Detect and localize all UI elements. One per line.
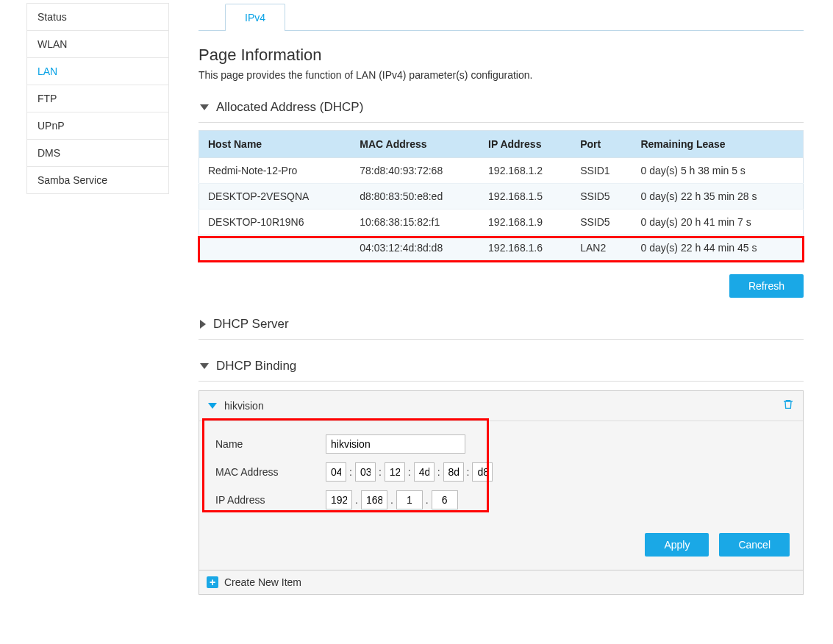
cell-port: SSID5 — [571, 184, 632, 210]
cell-lease: 0 day(s) 22 h 44 min 45 s — [632, 235, 803, 261]
cell-lease: 0 day(s) 5 h 38 min 5 s — [632, 158, 803, 184]
page-description: This page provides the function of LAN (… — [199, 69, 804, 81]
mac-octet-6[interactable] — [472, 462, 493, 482]
cell-ip: 192.168.1.2 — [479, 158, 571, 184]
cell-mac: d8:80:83:50:e8:ed — [351, 184, 479, 210]
binding-panel: hikvision Name MAC Address : : — [199, 390, 804, 595]
cell-port: LAN2 — [571, 235, 632, 261]
sidebar: Status WLAN LAN FTP UPnP DMS Samba Servi… — [0, 0, 169, 644]
cell-port: SSID1 — [571, 158, 632, 184]
section-allocated: Allocated Address (DHCP) Host Name MAC A… — [199, 94, 804, 298]
cell-host: DESKTOP-10R19N6 — [199, 210, 351, 235]
page-title: Page Information — [199, 46, 804, 65]
sidebar-item-ftp[interactable]: FTP — [26, 85, 169, 112]
section-dhcp-server-title: DHCP Server — [213, 317, 289, 332]
section-allocated-title: Allocated Address (DHCP) — [216, 100, 363, 115]
cell-ip: 192.168.1.5 — [479, 184, 571, 210]
cell-ip: 192.168.1.6 — [479, 235, 571, 261]
cell-lease: 0 day(s) 20 h 41 min 7 s — [632, 210, 803, 235]
tab-ipv4[interactable]: IPv4 — [225, 4, 285, 31]
mac-label: MAC Address — [215, 466, 326, 478]
cancel-button[interactable]: Cancel — [719, 533, 790, 557]
tabs: IPv4 — [199, 3, 804, 31]
apply-button[interactable]: Apply — [645, 533, 709, 557]
mac-octet-3[interactable] — [385, 462, 405, 482]
sidebar-item-upnp[interactable]: UPnP — [26, 112, 169, 140]
create-new-item[interactable]: + Create New Item — [199, 570, 803, 594]
sidebar-item-samba[interactable]: Samba Service — [26, 167, 169, 194]
cell-host: Redmi-Note-12-Pro — [199, 158, 351, 184]
cell-mac: 10:68:38:15:82:f1 — [351, 210, 479, 235]
chevron-down-icon — [200, 363, 209, 369]
table-row[interactable]: DESKTOP-10R19N6 10:68:38:15:82:f1 192.16… — [199, 210, 804, 235]
cell-host: DESKTOP-2VESQNA — [199, 184, 351, 210]
section-dhcp-server-header[interactable]: DHCP Server — [199, 311, 804, 340]
name-input[interactable] — [326, 434, 465, 454]
cell-ip: 192.168.1.9 — [479, 210, 571, 235]
col-port: Port — [571, 131, 632, 158]
name-label: Name — [215, 438, 326, 450]
ip-label: IP Address — [215, 494, 326, 506]
table-row-highlighted[interactable]: 04:03:12:4d:8d:d8 192.168.1.6 LAN2 0 day… — [199, 235, 804, 261]
col-mac: MAC Address — [351, 131, 479, 158]
table-row[interactable]: DESKTOP-2VESQNA d8:80:83:50:e8:ed 192.16… — [199, 184, 804, 210]
section-dhcp-binding: DHCP Binding hikvision Name — [199, 353, 804, 595]
mac-octet-5[interactable] — [443, 462, 464, 482]
col-ip: IP Address — [479, 131, 571, 158]
cell-lease: 0 day(s) 22 h 35 min 28 s — [632, 184, 803, 210]
plus-icon: + — [207, 576, 218, 588]
chevron-down-icon — [208, 403, 217, 409]
binding-item-header[interactable]: hikvision — [199, 391, 803, 421]
refresh-button[interactable]: Refresh — [729, 274, 804, 298]
sidebar-item-wlan[interactable]: WLAN — [26, 31, 169, 58]
col-hostname: Host Name — [199, 131, 351, 158]
ip-octet-4[interactable] — [432, 490, 458, 509]
section-dhcp-server: DHCP Server — [199, 311, 804, 340]
mac-octet-1[interactable] — [326, 462, 346, 482]
ip-octet-1[interactable] — [326, 490, 352, 509]
ip-octet-3[interactable] — [396, 490, 423, 509]
cell-mac: 04:03:12:4d:8d:d8 — [351, 235, 479, 261]
sidebar-item-dms[interactable]: DMS — [26, 140, 169, 167]
col-lease: Remaining Lease — [632, 131, 803, 158]
cell-host — [199, 235, 351, 261]
mac-octet-2[interactable] — [355, 462, 376, 482]
main-content: IPv4 Page Information This page provides… — [169, 0, 833, 644]
section-allocated-header[interactable]: Allocated Address (DHCP) — [199, 94, 804, 123]
sidebar-item-status[interactable]: Status — [26, 3, 169, 31]
binding-item-title: hikvision — [224, 400, 264, 412]
mac-octet-4[interactable] — [414, 462, 435, 482]
section-dhcp-binding-header[interactable]: DHCP Binding — [199, 353, 804, 382]
chevron-right-icon — [200, 320, 206, 329]
dhcp-table: Host Name MAC Address IP Address Port Re… — [199, 130, 804, 261]
table-row[interactable]: Redmi-Note-12-Pro 78:d8:40:93:72:68 192.… — [199, 158, 804, 184]
cell-mac: 78:d8:40:93:72:68 — [351, 158, 479, 184]
ip-octet-2[interactable] — [361, 490, 387, 509]
chevron-down-icon — [200, 104, 209, 110]
create-label: Create New Item — [224, 576, 301, 588]
cell-port: SSID5 — [571, 210, 632, 235]
section-dhcp-binding-title: DHCP Binding — [216, 359, 296, 373]
sidebar-item-lan[interactable]: LAN — [26, 58, 169, 85]
trash-icon[interactable] — [782, 398, 794, 413]
